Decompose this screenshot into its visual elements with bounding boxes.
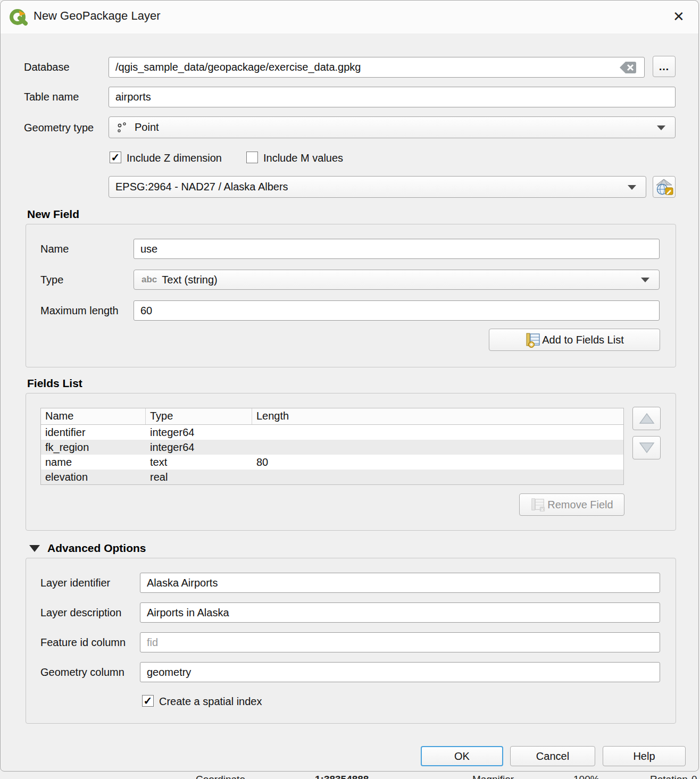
include-m-checkbox[interactable]: [246, 152, 258, 163]
arrow-down-icon: [639, 441, 655, 454]
table-row[interactable]: identifier integer64: [41, 425, 623, 440]
feature-id-column-input[interactable]: [140, 632, 660, 652]
dialog-titlebar[interactable]: New GeoPackage Layer ✕: [1, 1, 698, 33]
move-field-up-button[interactable]: [632, 407, 661, 430]
fields-table-header: Name Type Length: [41, 408, 623, 425]
field-type-select[interactable]: abc Text (string): [134, 270, 660, 290]
cell-name: elevation: [41, 471, 146, 483]
dropdown-arrow-icon: [641, 278, 649, 282]
move-field-down-button[interactable]: [632, 436, 661, 459]
background-statusbar: Coordinate 1:38354888 Magnifier 100% Rot…: [0, 772, 700, 779]
layer-identifier-input[interactable]: [140, 573, 660, 593]
table-row[interactable]: name text 80: [41, 455, 623, 470]
spatial-index-label[interactable]: Create a spatial index: [159, 696, 262, 708]
include-z-label[interactable]: Include Z dimension: [127, 152, 222, 164]
table-name-input[interactable]: [109, 87, 676, 107]
cell-type: text: [146, 456, 252, 468]
dialog-title: New GeoPackage Layer: [34, 9, 160, 23]
fields-list-section-title: Fields List: [27, 377, 82, 390]
field-type-label: Type: [40, 274, 63, 286]
statusbar-coordinate-label: Coordinate: [196, 774, 245, 779]
svg-text:x: x: [541, 507, 544, 512]
cancel-button[interactable]: Cancel: [510, 746, 595, 766]
geometry-type-value: Point: [135, 121, 159, 133]
crs-value: EPSG:2964 - NAD27 / Alaska Albers: [115, 181, 288, 193]
help-button[interactable]: Help: [603, 746, 686, 766]
layer-description-label: Layer description: [40, 607, 121, 619]
clear-text-icon[interactable]: [619, 61, 638, 74]
remove-field-button[interactable]: x Remove Field: [519, 493, 624, 516]
fields-table[interactable]: Name Type Length identifier integer64 fk…: [40, 408, 624, 485]
table-name-label: Table name: [24, 91, 79, 103]
layer-identifier-label: Layer identifier: [40, 577, 110, 589]
statusbar-scale-value: 1:38354888: [315, 774, 369, 779]
add-to-fields-list-label: Add to Fields List: [542, 334, 623, 346]
database-label: Database: [24, 61, 70, 73]
layer-description-input[interactable]: [140, 602, 660, 623]
new-field-section-title: New Field: [27, 208, 79, 221]
crs-globe-icon: [655, 179, 673, 196]
point-geometry-icon: [116, 122, 128, 133]
statusbar-magnifier-label: Magnifier: [472, 774, 514, 779]
geometry-column-label: Geometry column: [40, 666, 124, 679]
crs-select[interactable]: EPSG:2964 - NAD27 / Alaska Albers: [109, 176, 646, 198]
close-icon[interactable]: ✕: [666, 6, 691, 27]
table-row[interactable]: fk_region integer64: [41, 440, 623, 455]
column-header-length[interactable]: Length: [252, 408, 623, 424]
geometry-column-input[interactable]: [140, 662, 660, 682]
cell-type: integer64: [146, 426, 252, 439]
browse-database-button[interactable]: …: [653, 56, 676, 77]
statusbar-rotation-label: Rotation: [650, 774, 688, 779]
include-z-checkbox[interactable]: ✓: [110, 152, 121, 163]
statusbar-rotation-value: 0.0: [691, 774, 700, 779]
field-name-label: Name: [40, 243, 69, 255]
statusbar-magnifier-value: 100%: [573, 774, 599, 779]
dropdown-arrow-icon: [628, 185, 636, 190]
arrow-up-icon: [639, 412, 655, 425]
cell-name: name: [41, 456, 146, 468]
field-type-value: Text (string): [162, 274, 217, 286]
remove-field-label: Remove Field: [547, 499, 613, 511]
cell-type: integer64: [146, 441, 252, 454]
ok-button[interactable]: OK: [421, 746, 503, 766]
text-type-abc-icon: abc: [141, 274, 157, 285]
remove-field-icon: x: [530, 497, 545, 512]
cell-length: 80: [252, 456, 623, 468]
screen: New GeoPackage Layer ✕ Database … Table …: [0, 0, 700, 779]
svg-text:✳: ✳: [529, 341, 535, 348]
cell-name: fk_region: [41, 441, 146, 454]
field-name-input[interactable]: [134, 239, 660, 259]
new-geopackage-layer-dialog: New GeoPackage Layer ✕ Database … Table …: [0, 0, 699, 772]
collapse-triangle-icon[interactable]: [29, 545, 40, 552]
add-field-icon: ✳: [525, 332, 541, 348]
select-crs-button[interactable]: [653, 176, 676, 198]
feature-id-column-label: Feature id column: [40, 636, 126, 649]
spatial-index-checkbox[interactable]: ✓: [142, 695, 154, 707]
cell-name: identifier: [41, 426, 146, 439]
include-m-label[interactable]: Include M values: [263, 152, 343, 164]
add-to-fields-list-button[interactable]: ✳ Add to Fields List: [489, 329, 660, 351]
database-input[interactable]: [109, 57, 645, 78]
geometry-type-label: Geometry type: [24, 122, 94, 134]
column-header-name[interactable]: Name: [41, 408, 146, 424]
cell-type: real: [146, 471, 252, 483]
geometry-type-select[interactable]: Point: [109, 116, 676, 138]
checkmark-icon: ✓: [144, 696, 153, 706]
dropdown-arrow-icon: [657, 125, 665, 130]
column-header-type[interactable]: Type: [146, 408, 252, 424]
advanced-options-title[interactable]: Advanced Options: [47, 542, 146, 555]
qgis-logo-icon: [9, 7, 29, 27]
checkmark-icon: ✓: [111, 152, 120, 163]
max-length-input[interactable]: [134, 300, 660, 321]
max-length-label: Maximum length: [40, 305, 119, 317]
table-row[interactable]: elevation real: [41, 470, 623, 484]
